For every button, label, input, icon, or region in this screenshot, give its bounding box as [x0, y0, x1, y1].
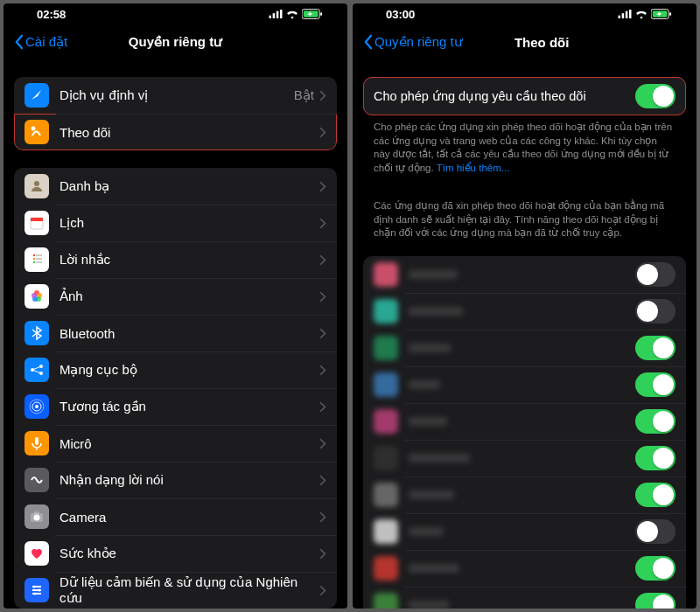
app-row[interactable]	[363, 293, 686, 330]
svg-rect-38	[626, 11, 628, 18]
chevron-right-icon	[319, 438, 326, 449]
svg-rect-12	[36, 254, 42, 256]
row-label: Nhận dạng lời nói	[60, 472, 319, 488]
row-bluetooth[interactable]: Bluetooth	[14, 315, 337, 351]
row-calendar[interactable]: Lịch	[14, 205, 337, 241]
battery-icon	[651, 9, 672, 19]
row-location[interactable]: Dịch vụ định vị Bật	[14, 77, 337, 114]
app-tracking-switch[interactable]	[635, 483, 676, 507]
svg-rect-11	[33, 254, 35, 256]
speech-icon	[24, 468, 49, 492]
status-icons	[618, 9, 672, 19]
svg-rect-16	[36, 261, 42, 263]
app-row[interactable]	[363, 587, 686, 609]
row-photos[interactable]: Ảnh	[14, 278, 337, 315]
tracking-footer-2: Các ứng dụng đã xin phép theo dõi hoạt đ…	[363, 194, 686, 240]
svg-rect-14	[36, 258, 42, 260]
back-button[interactable]: Quyền riêng tư	[363, 34, 463, 50]
status-bar: 03:00	[353, 3, 696, 24]
group-privacy-categories: Danh bạ Lịch Lời nhắc Ảnh Bluetooth Mạng…	[14, 168, 337, 609]
row-health[interactable]: Sức khỏe	[14, 535, 337, 572]
learn-more-link[interactable]: Tìm hiểu thêm...	[437, 163, 510, 173]
row-camera[interactable]: Camera	[14, 498, 337, 535]
calendar-icon	[24, 211, 49, 235]
app-tracking-switch[interactable]	[635, 336, 676, 360]
app-name-blur	[409, 270, 458, 279]
svg-rect-37	[622, 13, 625, 18]
row-label: Dữ liệu cảm biến & sử dụng của Nghiên cứ…	[60, 574, 319, 606]
row-reminders[interactable]: Lời nhắc	[14, 241, 337, 278]
app-tracking-switch[interactable]	[635, 262, 676, 287]
app-icon	[374, 299, 398, 323]
app-tracking-switch[interactable]	[635, 519, 676, 544]
allow-tracking-switch[interactable]	[635, 84, 676, 108]
row-label: Bluetooth	[60, 326, 319, 341]
svg-point-33	[33, 586, 36, 588]
app-icon	[374, 372, 398, 397]
row-label: Lịch	[60, 215, 319, 231]
app-row[interactable]	[363, 366, 686, 403]
row-contacts[interactable]: Danh bạ	[14, 168, 337, 205]
row-research[interactable]: Dữ liệu cảm biến & sử dụng của Nghiên cứ…	[14, 572, 337, 609]
svg-point-7	[32, 127, 36, 131]
app-tracking-switch[interactable]	[635, 299, 676, 323]
chevron-right-icon	[319, 548, 326, 560]
back-button[interactable]: Cài đặt	[14, 34, 67, 50]
row-label: Camera	[60, 510, 319, 525]
app-tracking-switch[interactable]	[635, 593, 676, 609]
app-name-blur	[409, 564, 459, 573]
app-tracking-switch[interactable]	[635, 409, 676, 434]
row-nearby[interactable]: Tương tác gần	[14, 388, 337, 425]
contacts-icon	[24, 174, 49, 198]
status-icons	[269, 9, 323, 19]
group-location-tracking: Dịch vụ định vị Bật Theo dõi	[14, 77, 337, 150]
status-time: 03:00	[386, 8, 415, 21]
row-label: Ảnh	[60, 289, 319, 304]
app-row[interactable]	[363, 256, 686, 293]
app-tracking-switch[interactable]	[635, 372, 676, 397]
svg-rect-0	[270, 16, 272, 18]
app-row[interactable]	[363, 330, 686, 366]
app-row[interactable]	[363, 513, 686, 550]
phone-privacy: 02:58 Cài đặt Quyền riêng tư Dịch vụ địn…	[4, 3, 347, 609]
app-row[interactable]	[363, 440, 686, 476]
status-time: 02:58	[37, 8, 66, 21]
chevron-right-icon	[319, 291, 326, 303]
app-icon	[374, 556, 398, 581]
svg-rect-6	[320, 12, 322, 16]
svg-rect-10	[31, 218, 43, 221]
chevron-right-icon	[319, 585, 326, 596]
allow-tracking-row[interactable]: Cho phép ứng dụng yêu cầu theo dõi	[363, 77, 686, 115]
row-speech[interactable]: Nhận dạng lời nói	[14, 462, 337, 498]
app-name-blur	[409, 490, 454, 499]
svg-rect-15	[33, 261, 35, 263]
app-tracking-list	[363, 256, 686, 609]
signal-icon	[269, 10, 283, 18]
chevron-right-icon	[319, 254, 326, 266]
chevron-right-icon	[319, 181, 326, 192]
app-row[interactable]	[363, 403, 686, 440]
row-tracking[interactable]: Theo dõi	[14, 114, 337, 150]
app-tracking-switch[interactable]	[635, 556, 676, 581]
app-tracking-switch[interactable]	[635, 446, 676, 470]
back-label: Quyền riêng tư	[374, 34, 463, 50]
app-icon	[374, 336, 398, 360]
svg-rect-2	[276, 11, 279, 18]
location-icon	[24, 83, 49, 108]
tracking-footer-1: Cho phép các ứng dụng xin phép theo dõi …	[363, 115, 686, 175]
page-title: Quyền riêng tư	[129, 34, 222, 50]
row-mic[interactable]: Micrô	[14, 425, 337, 462]
svg-rect-39	[629, 10, 632, 18]
row-label: Lời nhắc	[60, 252, 319, 268]
row-detail: Bật	[294, 87, 314, 103]
allow-tracking-label: Cho phép ứng dụng yêu cầu theo dõi	[374, 89, 635, 103]
app-name-blur	[409, 601, 449, 609]
wifi-icon	[635, 10, 648, 19]
app-name-blur	[409, 527, 444, 536]
app-row[interactable]	[363, 476, 686, 513]
page-title: Theo dõi	[514, 35, 570, 50]
nav-bar: Quyền riêng tư Theo dõi	[353, 24, 696, 59]
app-icon	[374, 409, 398, 434]
app-row[interactable]	[363, 550, 686, 587]
row-localnet[interactable]: Mạng cục bộ	[14, 351, 337, 388]
